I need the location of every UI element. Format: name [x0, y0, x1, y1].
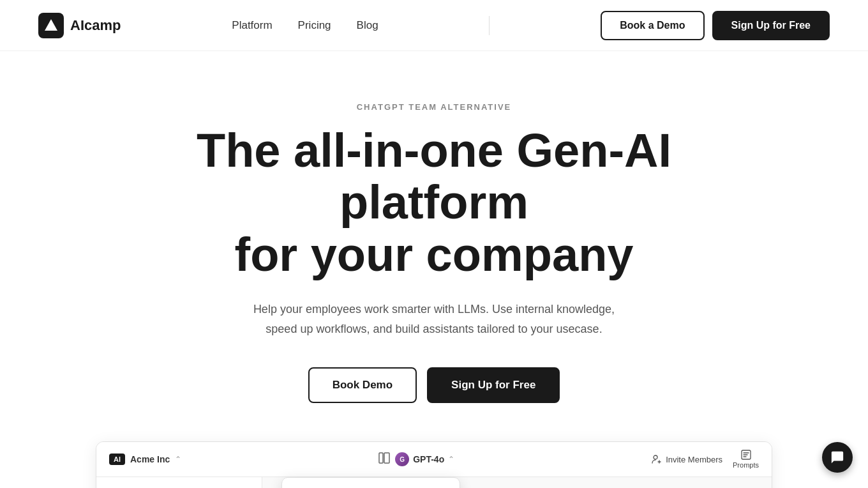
logo[interactable]: AIcamp	[38, 13, 121, 38]
model-chevron-icon: ⌃	[448, 455, 454, 464]
chat-bubble-button[interactable]	[822, 442, 853, 473]
workspace-chevron-icon: ⌃	[175, 455, 181, 464]
hero-eyebrow: CHATGPT TEAM ALTERNATIVE	[38, 102, 830, 112]
nav-link-pricing[interactable]: Pricing	[298, 19, 331, 32]
app-sidebar: New Chat Create Assistant	[96, 477, 262, 488]
logo-text: AIcamp	[70, 17, 121, 34]
prompts-button[interactable]: Prompts	[733, 450, 759, 469]
invite-members-label: Invite Members	[666, 455, 722, 464]
hero-buttons: Book Demo Sign Up for Free	[38, 367, 830, 403]
hero-subtitle: Help your employees work smarter with LL…	[236, 300, 632, 339]
svg-point-3	[654, 455, 657, 459]
dropdown-header: Workspace Models	[282, 484, 460, 488]
sidebar-toggle-icon[interactable]	[378, 452, 390, 467]
nav-links: Platform Pricing Blog	[232, 19, 378, 32]
app-preview: AI Acme Inc ⌃ G GPT-4o ⌃	[96, 441, 772, 488]
nav-link-platform[interactable]: Platform	[232, 19, 272, 32]
nav-signup-button[interactable]: Sign Up for Free	[712, 11, 830, 40]
hero-title: The all-in-one Gen-AI platform for your …	[147, 125, 721, 280]
nav-divider	[489, 16, 490, 35]
model-dropdown: Workspace Models G GPT-4o 128K G GPT-4o-…	[281, 477, 460, 488]
app-main: Workspace Models G GPT-4o 128K G GPT-4o-…	[262, 477, 772, 488]
nav-actions: Book a Demo Sign Up for Free	[601, 11, 830, 40]
app-topbar-right: Invite Members Prompts	[652, 450, 759, 469]
svg-rect-2	[384, 453, 389, 463]
app-topbar-center: G GPT-4o ⌃	[378, 452, 454, 467]
model-name: GPT-4o	[413, 454, 444, 464]
svg-marker-0	[45, 19, 57, 31]
navbar: AIcamp Platform Pricing Blog Book a Demo…	[0, 0, 868, 51]
workspace-name: Acme Inc	[130, 454, 170, 464]
hero-book-demo-button[interactable]: Book Demo	[308, 367, 417, 403]
ai-badge: AI	[109, 454, 125, 465]
app-topbar-left: AI Acme Inc ⌃	[109, 454, 181, 465]
app-body: New Chat Create Assistant	[96, 477, 772, 488]
app-topbar: AI Acme Inc ⌃ G GPT-4o ⌃	[96, 442, 772, 477]
model-badge[interactable]: G GPT-4o ⌃	[395, 452, 454, 466]
prompts-label: Prompts	[733, 461, 759, 469]
hero-section: CHATGPT TEAM ALTERNATIVE The all-in-one …	[0, 51, 868, 488]
model-icon: G	[395, 452, 409, 466]
hero-title-line1: The all-in-one Gen-AI platform	[197, 124, 671, 229]
nav-book-demo-button[interactable]: Book a Demo	[601, 11, 704, 40]
svg-rect-1	[379, 453, 383, 463]
hero-signup-button[interactable]: Sign Up for Free	[427, 367, 560, 403]
invite-members-button[interactable]: Invite Members	[652, 454, 722, 464]
logo-icon	[38, 13, 64, 38]
hero-title-line2: for your company	[235, 228, 634, 281]
nav-link-blog[interactable]: Blog	[357, 19, 378, 32]
